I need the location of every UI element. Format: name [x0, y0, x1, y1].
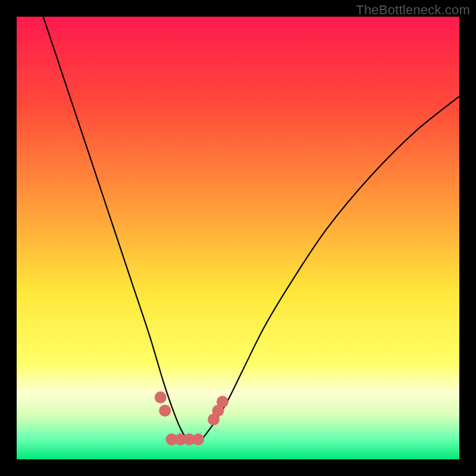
marker-point: [155, 392, 167, 403]
gradient-background: [17, 17, 459, 459]
marker-point: [159, 405, 171, 416]
chart-frame: [17, 17, 459, 459]
watermark-text: TheBottleneck.com: [356, 2, 470, 18]
bottleneck-chart: [17, 17, 459, 459]
marker-point: [217, 396, 228, 408]
marker-point: [192, 434, 204, 446]
